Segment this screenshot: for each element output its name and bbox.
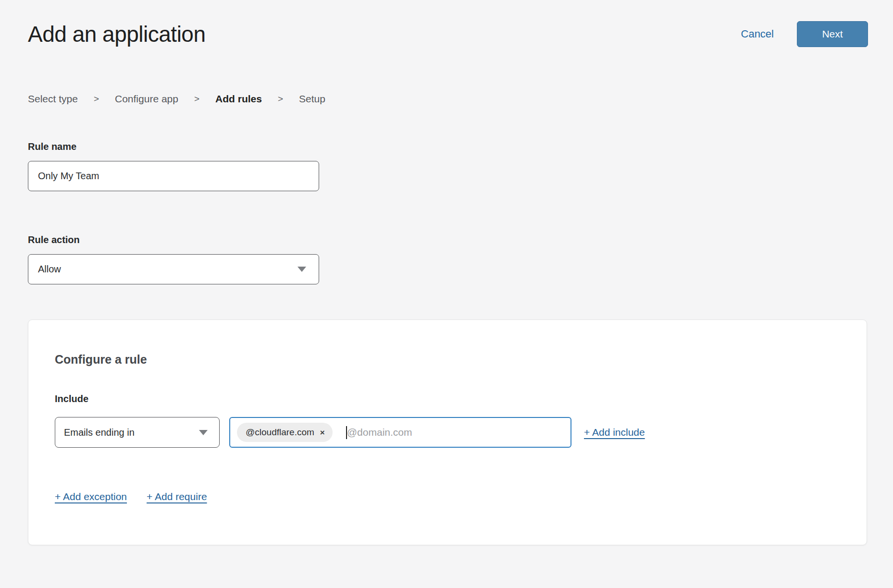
- configure-rule-card: Configure a rule Include Emails ending i…: [28, 319, 867, 545]
- add-exception-link[interactable]: + Add exception: [55, 491, 127, 502]
- rule-name-label: Rule name: [28, 141, 868, 152]
- chip-label: @cloudflare.com: [246, 427, 314, 438]
- add-include-link[interactable]: + Add include: [584, 427, 645, 438]
- rule-action-selected-value: Allow: [38, 264, 61, 275]
- email-domain-input[interactable]: [347, 427, 564, 438]
- breadcrumb-step-add-rules[interactable]: Add rules: [215, 93, 262, 105]
- email-domain-tag-input[interactable]: @cloudflare.com ×: [229, 417, 571, 448]
- include-criteria-selected-value: Emails ending in: [64, 427, 135, 438]
- chevron-down-icon: [298, 267, 306, 272]
- breadcrumb-step-setup[interactable]: Setup: [299, 93, 325, 105]
- rule-extra-links: + Add exception + Add require: [55, 491, 840, 502]
- rule-name-field: Rule name: [28, 141, 868, 191]
- include-row: Emails ending in @cloudflare.com × + Add…: [55, 417, 840, 448]
- chevron-down-icon: [199, 430, 208, 435]
- breadcrumb-step-configure-app[interactable]: Configure app: [115, 93, 178, 105]
- rule-action-field: Rule action Allow: [28, 234, 868, 284]
- cancel-button[interactable]: Cancel: [741, 28, 774, 40]
- configure-rule-title: Configure a rule: [55, 353, 840, 367]
- breadcrumb-step-select-type[interactable]: Select type: [28, 93, 78, 105]
- page-title: Add an application: [28, 21, 206, 47]
- include-criteria-select[interactable]: Emails ending in: [55, 417, 220, 448]
- remove-chip-icon[interactable]: ×: [320, 429, 325, 437]
- breadcrumb-separator: >: [278, 94, 283, 104]
- email-domain-chip: @cloudflare.com ×: [237, 423, 333, 442]
- breadcrumb-separator: >: [194, 94, 199, 104]
- breadcrumb: Select type > Configure app > Add rules …: [28, 93, 868, 105]
- rule-action-label: Rule action: [28, 234, 868, 245]
- next-button[interactable]: Next: [797, 21, 868, 47]
- add-application-page: Add an application Cancel Next Select ty…: [0, 0, 893, 588]
- include-label: Include: [55, 393, 840, 404]
- breadcrumb-separator: >: [94, 94, 99, 104]
- add-require-link[interactable]: + Add require: [147, 491, 207, 502]
- rule-action-select[interactable]: Allow: [28, 254, 319, 284]
- header-actions: Cancel Next: [741, 21, 868, 47]
- page-header: Add an application Cancel Next: [28, 0, 868, 47]
- rule-name-input[interactable]: [28, 161, 319, 191]
